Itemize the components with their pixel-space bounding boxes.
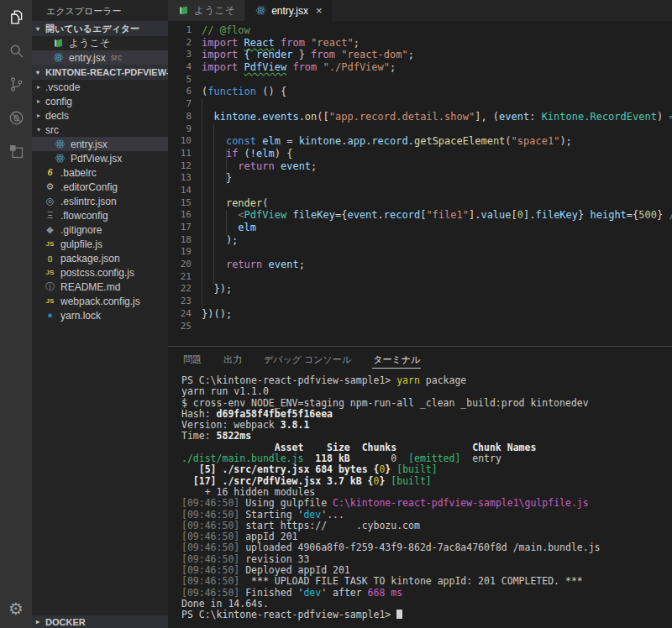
chevron-right-icon: ▸ xyxy=(37,97,45,105)
tree-folder[interactable]: ▾src xyxy=(32,123,168,137)
line-number: 25 xyxy=(168,321,192,333)
chevron-right-icon: ▸ xyxy=(36,618,45,625)
terminal-line: [09:46:50] *** UPLOAD FILE TASK TO kinto… xyxy=(181,576,672,587)
code-editor[interactable]: 1// @flow2import React from "react";3imp… xyxy=(168,21,672,346)
js-icon: JS xyxy=(44,298,56,305)
terminal-line: ./dist/main.bundle.js 118 kB 0 [emitted]… xyxy=(181,453,672,464)
line-number: 6 xyxy=(168,86,192,98)
item-label: .flowconfig xyxy=(60,210,108,222)
yarn-icon: ● xyxy=(44,311,56,320)
line-number: 15 xyxy=(168,197,192,210)
tree-item[interactable]: entry.jsxsrc xyxy=(32,50,168,65)
babel-icon: 6 xyxy=(44,168,56,177)
line-content: return event; xyxy=(192,259,305,271)
panel-tab[interactable]: デバッグ コンソール xyxy=(263,352,352,368)
line-number: 2 xyxy=(168,37,192,50)
tab-ようこそ[interactable]: ようこそ xyxy=(168,0,244,21)
chevron-down-icon: ▾ xyxy=(37,126,45,133)
terminal-line: [09:46:50] revision 33 xyxy=(181,554,672,565)
tab-entry.jsx[interactable]: entry.jsx× xyxy=(245,0,331,21)
tree-item[interactable]: ⚙.editorConfig xyxy=(32,180,168,194)
tree-item[interactable]: {}package.json xyxy=(32,251,168,265)
code-line: 9 xyxy=(168,123,672,136)
tree-item[interactable]: ⓘREADME.md xyxy=(32,280,168,294)
item-label: .vscode xyxy=(45,81,80,93)
tree-item[interactable]: ◎.eslintrc.json xyxy=(32,194,168,208)
line-content: render( xyxy=(192,197,269,210)
info-icon: ⓘ xyxy=(44,282,56,291)
line-content: (function () { xyxy=(192,86,286,98)
tree-item[interactable]: JSgulpfile.js xyxy=(32,237,168,251)
code-line: 19 xyxy=(168,246,672,259)
tree-folder[interactable]: ▸config xyxy=(32,94,168,108)
terminal-line: [09:46:50] start https:// .cybozu.com xyxy=(181,521,672,531)
extensions-icon[interactable] xyxy=(0,134,32,168)
line-number: 20 xyxy=(168,259,192,271)
source-control-icon[interactable] xyxy=(0,67,32,101)
terminal-line: [09:46:50] uploaded 4906a8f0-f259-43f9-8… xyxy=(181,542,672,553)
tree-item[interactable]: ◆.gitignore xyxy=(32,222,168,237)
gear-icon: ⚙ xyxy=(44,182,56,191)
tree-item[interactable]: ●yarn.lock xyxy=(32,308,168,322)
explorer-icon[interactable] xyxy=(0,0,32,34)
tree-item[interactable]: ようこそ xyxy=(32,36,168,50)
item-label: .editorConfig xyxy=(60,181,118,193)
bottom-panel: 問題出力デバッグ コンソールターミナル PS C:\kintone-react-… xyxy=(168,346,672,628)
tree-item[interactable]: entry.jsx xyxy=(32,137,168,151)
tree-folder[interactable]: ▸decls xyxy=(32,108,168,123)
line-number: 5 xyxy=(168,74,192,86)
panel-tab[interactable]: ターミナル xyxy=(372,352,421,369)
item-label: entry.jsx xyxy=(69,52,106,64)
item-label: config xyxy=(45,96,72,107)
tree-item[interactable]: Ξ.flowconfig xyxy=(32,208,168,222)
terminal-line: Hash: d69fa58f4fbef5f16eea xyxy=(181,409,672,420)
item-label: entry.jsx xyxy=(71,139,108,150)
code-line: 5 xyxy=(168,74,672,86)
line-number: 14 xyxy=(168,185,192,197)
panel-tab[interactable]: 問題 xyxy=(182,352,202,368)
json-icon: {} xyxy=(44,255,56,262)
line-content: })(); xyxy=(192,308,232,321)
item-label: src xyxy=(45,124,59,136)
open-editors-header[interactable]: ▾ 開いているエディター xyxy=(32,21,168,36)
tree-item[interactable]: JSpostcss.config.js xyxy=(32,265,168,280)
settings-gear-icon[interactable]: ⚙ xyxy=(0,594,32,623)
tree-item[interactable]: JSwebpack.config.js xyxy=(32,294,168,308)
panel-tab[interactable]: 出力 xyxy=(223,352,243,368)
sidebar-title: エクスプローラー xyxy=(32,0,168,21)
item-label: package.json xyxy=(60,253,120,264)
item-label: .eslintrc.json xyxy=(60,196,117,207)
terminal-line: [09:46:50] Using gulpfile C:\kintone-rea… xyxy=(181,498,672,509)
explorer-sidebar: エクスプローラー ▾ 開いているエディター ようこそ entry.jsxsrc … xyxy=(32,0,168,628)
terminal-cursor xyxy=(396,610,402,619)
item-label: .babelrc xyxy=(60,167,97,179)
terminal[interactable]: PS C:\kintone-react-pdfview-sample1> yar… xyxy=(168,373,672,628)
close-icon[interactable]: × xyxy=(316,4,323,17)
line-number: 12 xyxy=(168,160,192,173)
line-number: 24 xyxy=(168,308,192,321)
flow-icon: Ξ xyxy=(44,211,56,220)
line-content: if (!elm) { xyxy=(192,148,292,160)
terminal-line: Asset Size Chunks Chunk Names xyxy=(181,442,672,453)
activity-bar: ⚙ xyxy=(0,0,32,628)
react-icon xyxy=(54,139,66,149)
debug-icon[interactable] xyxy=(0,101,32,134)
line-content: import React from "react"; xyxy=(192,37,360,50)
react-icon xyxy=(255,5,267,16)
line-content: import PdfView from "./PdfView"; xyxy=(192,61,396,74)
indent-guide xyxy=(202,98,202,308)
line-content: ); xyxy=(192,234,238,247)
vscode-window: ⚙ エクスプローラー ▾ 開いているエディター ようこそ entry.jsxsr… xyxy=(0,0,672,628)
search-icon[interactable] xyxy=(0,34,32,67)
docker-section-header[interactable]: ▸ DOCKER xyxy=(32,615,168,628)
tree-item[interactable]: PdfView.jsx xyxy=(32,151,168,165)
tree-item[interactable]: 6.babelrc xyxy=(32,165,168,180)
code-line: 8 kintone.events.on(["app.record.detail.… xyxy=(168,111,672,123)
tree-folder[interactable]: ▸.vscode xyxy=(32,80,168,94)
terminal-line: PS C:\kintone-react-pdfview-sample1> xyxy=(181,610,672,620)
code-line: 1// @flow xyxy=(168,24,672,37)
js-icon: JS xyxy=(44,270,56,276)
line-content: // @flow xyxy=(192,24,250,37)
chevron-right-icon: ▸ xyxy=(37,83,45,91)
project-header[interactable]: ▾ KINTONE-REACT-PDFVIEW-SAMPLE1 xyxy=(32,65,168,80)
